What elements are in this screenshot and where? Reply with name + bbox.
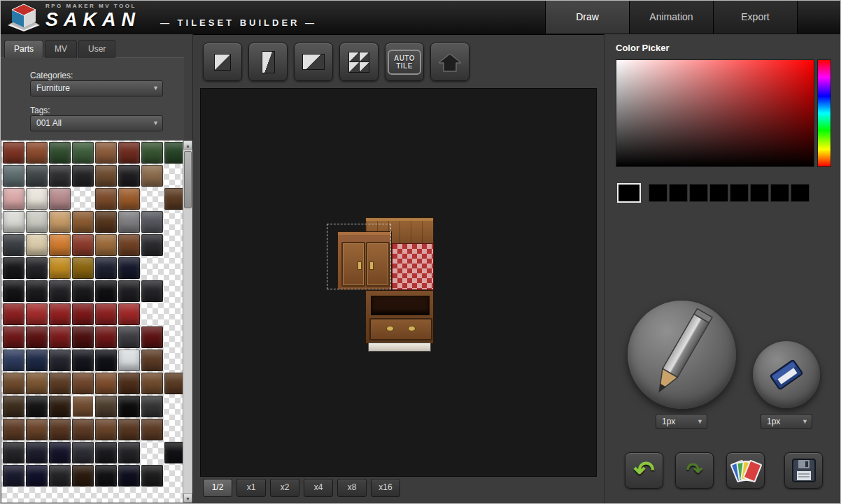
tile-thumb[interactable] <box>72 165 94 187</box>
tile-thumb[interactable] <box>141 396 163 417</box>
tile-thumb[interactable] <box>72 142 94 164</box>
zoom-button-x16[interactable]: x16 <box>371 479 400 497</box>
color-swatch[interactable] <box>669 184 688 202</box>
horizontal-tile-tool-button[interactable] <box>294 43 333 81</box>
tile-thumb[interactable] <box>26 234 48 256</box>
tile-thumb[interactable] <box>49 465 71 487</box>
tile-thumb[interactable] <box>72 280 94 302</box>
tab-draw[interactable]: Draw <box>545 1 629 34</box>
tile-thumb[interactable] <box>3 234 24 256</box>
tile-thumb[interactable] <box>49 442 71 463</box>
tile-thumb[interactable] <box>49 419 71 440</box>
tile-thumb[interactable] <box>72 234 94 256</box>
tile-thumb[interactable] <box>118 373 140 394</box>
tags-dropdown[interactable]: 001 All ▼ <box>30 115 163 131</box>
tile-thumb[interactable] <box>141 165 163 187</box>
tile-thumb[interactable] <box>3 165 24 187</box>
tile-thumb[interactable] <box>49 188 71 210</box>
vertical-tile-tool-button[interactable] <box>248 43 288 81</box>
tile-thumb[interactable] <box>95 165 117 187</box>
tile-thumb[interactable] <box>141 234 163 256</box>
tile-thumb[interactable] <box>3 188 24 210</box>
tile-thumb[interactable] <box>26 165 48 187</box>
tile-thumb[interactable] <box>3 419 24 440</box>
tile-thumb[interactable] <box>49 373 71 394</box>
tile-thumb[interactable] <box>141 350 163 371</box>
undo-button[interactable]: ↶ <box>625 452 663 489</box>
tile-thumb[interactable] <box>72 257 94 279</box>
tile-thumb[interactable] <box>95 211 117 233</box>
tile-thumb[interactable] <box>3 373 24 394</box>
tile-thumb[interactable] <box>26 396 48 417</box>
tile-thumb[interactable] <box>26 373 48 394</box>
tile-thumb[interactable] <box>164 442 184 463</box>
eraser-size-dropdown[interactable]: 1px ▼ <box>761 414 812 429</box>
tile-thumb[interactable] <box>26 303 48 325</box>
tile-thumb[interactable] <box>95 350 117 371</box>
tile-thumb[interactable] <box>95 442 117 463</box>
tile-thumb[interactable] <box>164 142 184 164</box>
tile-thumb[interactable] <box>26 142 48 164</box>
tile-thumb[interactable] <box>141 373 163 394</box>
zoom-button-x4[interactable]: x4 <box>304 479 333 497</box>
tile-thumb[interactable] <box>3 465 24 487</box>
eraser-tool-button[interactable] <box>753 341 820 408</box>
zoom-button-x1[interactable]: x1 <box>236 479 266 497</box>
tile-thumb[interactable] <box>72 373 94 394</box>
tab-mv[interactable]: MV <box>45 40 77 58</box>
tab-export[interactable]: Export <box>713 1 798 34</box>
tile-thumb[interactable] <box>26 280 48 302</box>
tile-thumb[interactable] <box>118 419 140 440</box>
tile-thumb[interactable] <box>95 396 117 417</box>
canvas-sprite-base[interactable] <box>368 343 431 352</box>
tile-thumb[interactable] <box>141 326 163 348</box>
tile-thumb[interactable] <box>95 419 117 440</box>
tile-thumb[interactable] <box>3 303 24 325</box>
tile-thumb[interactable] <box>95 303 117 325</box>
tile-thumb[interactable] <box>141 211 163 233</box>
tile-thumb[interactable] <box>3 142 24 164</box>
tile-thumb[interactable] <box>49 234 71 256</box>
pencil-tool-button[interactable] <box>628 301 736 409</box>
canvas-sprite-gingham-cloth[interactable] <box>392 243 434 290</box>
tile-thumb[interactable] <box>72 419 94 440</box>
scroll-down-icon[interactable]: ▼ <box>183 494 192 503</box>
tile-thumb[interactable] <box>141 419 163 440</box>
tile-thumb[interactable] <box>95 465 117 487</box>
tile-thumb[interactable] <box>3 396 24 417</box>
zoom-button-x2[interactable]: x2 <box>270 479 299 497</box>
tile-thumb[interactable] <box>118 442 140 463</box>
tile-thumb[interactable] <box>72 326 94 348</box>
tile-thumb[interactable] <box>49 350 71 371</box>
tile-thumb[interactable] <box>26 350 48 371</box>
color-swatch[interactable] <box>649 184 667 202</box>
tile-thumb[interactable] <box>72 303 94 325</box>
tile-thumb[interactable] <box>49 165 71 187</box>
tile-thumb[interactable] <box>118 211 140 233</box>
tile-thumb[interactable] <box>72 211 94 233</box>
zoom-button-1-2[interactable]: 1/2 <box>203 479 232 497</box>
tile-thumb[interactable] <box>95 373 117 394</box>
tile-thumb[interactable] <box>118 303 140 325</box>
tab-user[interactable]: User <box>78 40 115 58</box>
tile-thumb[interactable] <box>72 350 94 371</box>
tile-thumb[interactable] <box>118 396 140 417</box>
tile-thumb[interactable] <box>26 188 48 210</box>
tile-thumb[interactable] <box>49 142 71 164</box>
scrollbar-thumb[interactable] <box>184 151 192 208</box>
tile-thumb[interactable] <box>3 350 24 371</box>
tile-thumb[interactable] <box>118 257 140 279</box>
tile-thumb[interactable] <box>3 257 24 279</box>
color-swatch[interactable] <box>791 184 810 202</box>
tile-thumb[interactable] <box>26 465 48 487</box>
palette-button[interactable] <box>726 452 765 489</box>
color-swatch[interactable] <box>709 184 728 202</box>
tile-thumb[interactable] <box>26 419 48 440</box>
scroll-up-icon[interactable]: ▲ <box>183 141 192 150</box>
tile-thumb[interactable] <box>118 280 140 302</box>
tile-thumb[interactable] <box>95 234 117 256</box>
tile-thumb[interactable] <box>118 326 140 348</box>
quad-tile-tool-button[interactable] <box>339 43 379 81</box>
redo-button[interactable]: ↷ <box>675 452 714 489</box>
palette-scrollbar[interactable]: ▲ ▼ <box>183 141 192 503</box>
